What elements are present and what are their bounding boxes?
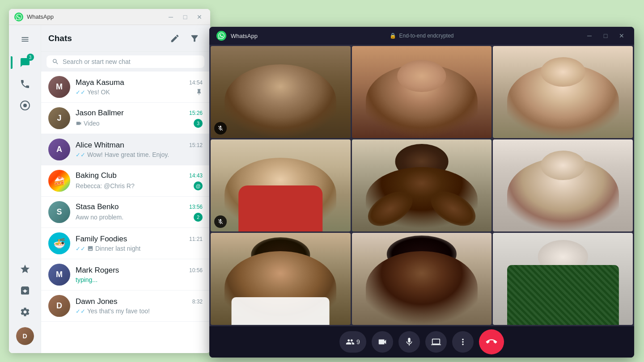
video-maximize-btn[interactable]: □ bbox=[600, 30, 611, 41]
chat-item-stasa[interactable]: S Stasa Benko 13:56 Aww no problem. 2 bbox=[41, 197, 210, 228]
chat-preview-dawn: ✓✓ Yes that's my fave too! bbox=[76, 307, 150, 315]
badge-stasa: 2 bbox=[194, 213, 203, 222]
video-window-controls: ─ □ ✕ bbox=[584, 30, 627, 41]
mute-btn[interactable] bbox=[398, 331, 420, 353]
call-controls-bar: 9 bbox=[209, 326, 634, 358]
chat-preview-jason: Video bbox=[76, 120, 100, 127]
chat-name-family: Family Foodies bbox=[76, 235, 127, 244]
chat-header-icons bbox=[167, 30, 203, 46]
chat-time-baking: 14:43 bbox=[189, 173, 203, 179]
filter-btn[interactable] bbox=[186, 30, 203, 46]
chat-name-jason: Jason Ballmer bbox=[76, 109, 124, 118]
video-cell-7 bbox=[211, 233, 351, 325]
pin-icon-maya bbox=[195, 88, 203, 96]
chat-name-mark: Mark Rogers bbox=[76, 266, 119, 275]
search-bar bbox=[41, 52, 210, 72]
chat-item-alice[interactable]: A Alice Whitman 15:12 ✓✓ Wow! Have great… bbox=[41, 134, 210, 165]
mic-muted-4 bbox=[214, 215, 227, 228]
encryption-text: End-to-end endcrypted bbox=[399, 33, 453, 39]
more-options-btn[interactable] bbox=[452, 331, 474, 353]
video-cell-5 bbox=[352, 139, 492, 232]
chat-time-dawn: 8:32 bbox=[192, 299, 203, 305]
sidebar-bottom: D bbox=[15, 259, 35, 349]
chat-item-jason[interactable]: J Jason Ballmer 15:26 Video 3 bbox=[41, 103, 210, 134]
chat-item-mark[interactable]: M Mark Rogers 10:56 typing... bbox=[41, 259, 210, 290]
video-titlebar: WhatsApp 🔒 End-to-end endcrypted ─ □ ✕ bbox=[209, 27, 634, 45]
svg-point-1 bbox=[23, 104, 27, 107]
chat-item-maya[interactable]: M Maya Kasuma 14:54 ✓✓ Yes! OK bbox=[41, 72, 210, 103]
chat-item-dawn[interactable]: D Dawn Jones 8:32 ✓✓ Yes that's my fave … bbox=[41, 290, 210, 322]
avatar-mark: M bbox=[48, 264, 70, 286]
participants-count: 9 bbox=[356, 338, 360, 345]
chat-item-baking[interactable]: 🍰 Baking Club 14:43 Rebecca: @Chris R? @ bbox=[41, 165, 210, 197]
app-logo bbox=[14, 13, 23, 21]
chat-preview-maya: ✓✓ Yes! OK bbox=[76, 88, 110, 96]
avatar-alice: A bbox=[48, 139, 70, 160]
sidebar-item-settings[interactable] bbox=[15, 302, 35, 322]
video-cell-1 bbox=[211, 46, 351, 138]
sidebar-item-chats[interactable]: 3 bbox=[15, 53, 35, 72]
chat-name-alice: Alice Whitman bbox=[76, 141, 124, 150]
chat-panel-title: Chats bbox=[48, 34, 167, 43]
chat-time-mark: 10:56 bbox=[189, 267, 203, 274]
chat-header: Chats bbox=[41, 25, 210, 52]
main-titlebar: WhatsApp ─ □ ✕ bbox=[9, 9, 210, 25]
chats-badge: 3 bbox=[27, 54, 34, 61]
participants-btn[interactable]: 9 bbox=[339, 331, 366, 353]
titlebar-app-name: WhatsApp bbox=[27, 13, 162, 20]
chat-name-dawn: Dawn Jones bbox=[76, 297, 118, 306]
chat-list: M Maya Kasuma 14:54 ✓✓ Yes! OK bbox=[41, 72, 210, 353]
video-toggle-btn[interactable] bbox=[372, 331, 393, 353]
video-cell-6 bbox=[493, 139, 633, 232]
mic-muted-1 bbox=[214, 122, 227, 135]
window-controls: ─ □ ✕ bbox=[165, 12, 205, 22]
sidebar: 3 bbox=[9, 25, 41, 353]
video-close-btn[interactable]: ✕ bbox=[616, 30, 627, 41]
video-cell-4 bbox=[211, 139, 351, 232]
chat-preview-baking: Rebecca: @Chris R? bbox=[76, 182, 135, 189]
avatar-family: 🍜 bbox=[48, 232, 70, 254]
close-btn[interactable]: ✕ bbox=[194, 12, 205, 22]
badge-baking: @ bbox=[194, 181, 203, 190]
chat-item-family[interactable]: 🍜 Family Foodies 11:21 ✓✓ Dinner last ni… bbox=[41, 228, 210, 259]
chat-name-baking: Baking Club bbox=[76, 171, 117, 180]
sidebar-item-status[interactable] bbox=[15, 96, 35, 115]
new-chat-btn[interactable] bbox=[167, 30, 183, 46]
main-whatsapp-window: WhatsApp ─ □ ✕ 3 bbox=[9, 9, 210, 353]
chat-preview-stasa: Aww no problem. bbox=[76, 214, 123, 221]
user-avatar[interactable]: D bbox=[16, 327, 34, 345]
minimize-btn[interactable]: ─ bbox=[165, 12, 176, 22]
sidebar-item-starred[interactable] bbox=[15, 259, 35, 279]
encryption-indicator: 🔒 End-to-end endcrypted bbox=[390, 33, 453, 39]
search-input-wrap bbox=[47, 55, 204, 68]
chat-time-family: 11:21 bbox=[189, 236, 203, 242]
chat-time-jason: 15:26 bbox=[189, 110, 203, 116]
video-minimize-btn[interactable]: ─ bbox=[584, 30, 595, 41]
chat-time-maya: 14:54 bbox=[189, 80, 203, 86]
lock-icon: 🔒 bbox=[390, 33, 396, 39]
avatar-dawn: D bbox=[48, 295, 70, 317]
sidebar-item-calls[interactable] bbox=[15, 74, 35, 94]
screen-share-btn[interactable] bbox=[425, 331, 447, 353]
maximize-btn[interactable]: □ bbox=[180, 12, 191, 22]
app-content: 3 bbox=[9, 25, 210, 353]
chat-preview-alice: ✓✓ Wow! Have great time. Enjoy. bbox=[76, 151, 169, 158]
video-cell-8 bbox=[352, 233, 492, 325]
sidebar-top: 3 bbox=[15, 29, 35, 259]
chat-preview-mark: typing... bbox=[76, 276, 97, 283]
video-app-logo bbox=[216, 31, 226, 41]
video-cell-9 bbox=[493, 233, 633, 325]
sidebar-item-archive[interactable] bbox=[15, 281, 35, 300]
search-icon bbox=[52, 58, 59, 65]
chat-preview-family: ✓✓ Dinner last night bbox=[76, 245, 140, 252]
search-input[interactable] bbox=[63, 58, 199, 65]
avatar-maya: M bbox=[48, 76, 70, 98]
end-call-btn[interactable] bbox=[479, 329, 504, 354]
chat-time-alice: 15:12 bbox=[189, 142, 203, 148]
chat-name-maya: Maya Kasuma bbox=[76, 78, 124, 87]
video-cell-3 bbox=[493, 46, 633, 138]
chat-name-stasa: Stasa Benko bbox=[76, 202, 119, 211]
sidebar-menu-btn[interactable] bbox=[15, 29, 35, 49]
video-cell-2 bbox=[352, 46, 492, 138]
video-grid bbox=[209, 45, 634, 326]
